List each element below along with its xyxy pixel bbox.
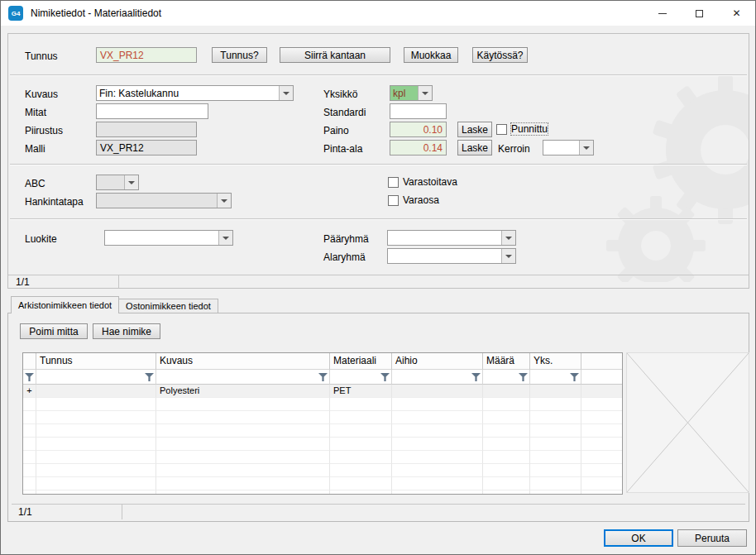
chevron-down-icon <box>279 86 293 100</box>
muokkaa-button[interactable]: Muokkaa <box>404 47 458 63</box>
luokite-label: Luokite <box>25 233 57 245</box>
empty-grid-row[interactable] <box>23 451 622 464</box>
image-preview-placeholder <box>626 352 749 493</box>
filter-icon[interactable] <box>156 370 330 385</box>
grid-column-tunnus[interactable]: Tunnus <box>36 353 156 370</box>
dialog-window: G4 Nimiketiedot - Materiaalitiedot ✕ <box>0 0 756 555</box>
standardi-input[interactable] <box>390 103 447 119</box>
tunnus-query-button[interactable]: Tunnus? <box>212 47 267 63</box>
hankintatapa-label: Hankintatapa <box>25 196 84 208</box>
kaytossa-button[interactable]: Käytössä? <box>472 47 528 63</box>
empty-grid-row[interactable] <box>23 398 622 411</box>
minimize-icon <box>658 13 667 14</box>
malli-label: Malli <box>25 143 45 155</box>
chevron-down-icon <box>501 249 515 263</box>
piirustus-input[interactable] <box>96 122 197 137</box>
empty-grid-row[interactable] <box>23 424 622 438</box>
tab-arkistonimikkeen-tiedot[interactable]: Arkistonimikkeen tiedot <box>11 296 119 313</box>
empty-grid-row[interactable] <box>23 477 622 490</box>
mitat-label: Mitat <box>25 107 46 118</box>
items-grid: Tunnus Kuvaus Materiaali Aihio Määrä Yks… <box>22 352 623 495</box>
paino-label: Paino <box>323 125 349 136</box>
pinta-ala-input[interactable]: 0.14 <box>390 140 447 155</box>
paaryhma-label: Pääryhmä <box>323 233 369 245</box>
minimize-button[interactable] <box>644 1 681 26</box>
close-button[interactable]: ✕ <box>718 1 755 26</box>
alaryhma-select[interactable] <box>387 248 516 264</box>
cell-materiaali: PET <box>330 385 392 398</box>
grid-column-filler <box>581 353 622 370</box>
checkbox-icon <box>496 124 507 135</box>
grid-pager: 1/1 <box>12 505 122 519</box>
empty-grid-row[interactable] <box>23 411 622 424</box>
kuvaus-select[interactable]: Fin: Kastelukannu <box>96 85 294 101</box>
empty-grid-row[interactable] <box>23 490 622 495</box>
abc-label: ABC <box>25 178 45 189</box>
poimi-mitta-button[interactable]: Poimi mitta <box>20 323 88 339</box>
punnittu-checkbox[interactable]: Punnittu <box>496 123 548 135</box>
filter-icon[interactable] <box>392 370 483 385</box>
hae-nimike-button[interactable]: Hae nimike <box>93 323 160 339</box>
filter-icon[interactable] <box>330 370 392 385</box>
luokite-select[interactable] <box>104 230 233 246</box>
kuvaus-label: Kuvaus <box>25 89 58 100</box>
empty-grid-row[interactable] <box>23 464 622 477</box>
alaryhma-label: Alaryhmä <box>323 251 366 263</box>
abc-select[interactable] <box>96 175 139 190</box>
chevron-down-icon <box>418 86 432 100</box>
filter-icon[interactable] <box>530 370 581 385</box>
malli-input[interactable]: VX_PR12 <box>96 140 197 155</box>
maximize-button[interactable] <box>681 1 718 26</box>
piirustus-label: Piirustus <box>25 125 63 136</box>
grid-column-maara[interactable]: Määrä <box>483 353 530 370</box>
varaosa-checkbox-label: Varaosa <box>403 194 439 206</box>
punnittu-checkbox-label: Punnittu <box>511 123 548 135</box>
mitat-input[interactable] <box>96 103 208 119</box>
varastoitava-checkbox-label: Varastoitava <box>403 176 457 188</box>
paino-input[interactable]: 0.10 <box>390 122 447 137</box>
material-form-panel: Tunnus VX_PR12 Tunnus? Siirrä kantaan Mu… <box>7 33 749 289</box>
kerroin-select[interactable] <box>543 140 594 155</box>
grid-filter-filler <box>581 370 622 385</box>
maximize-icon <box>696 10 703 17</box>
yksikko-select[interactable]: kpl <box>390 85 433 101</box>
chevron-down-icon <box>124 175 138 189</box>
grid-filter-row <box>23 370 622 385</box>
grid-column-materiaali[interactable]: Materiaali <box>330 353 392 370</box>
grid-marker-column[interactable] <box>23 353 36 370</box>
tunnus-label: Tunnus <box>25 50 58 62</box>
gear-watermark <box>550 34 749 282</box>
yksikko-label: Yksikkö <box>323 89 357 100</box>
grid-column-aihio[interactable]: Aihio <box>392 353 483 370</box>
laske-pinta-ala-button[interactable]: Laske <box>457 140 492 155</box>
standardi-label: Standardi <box>323 107 366 118</box>
checkbox-icon <box>388 177 399 188</box>
peruuta-button[interactable]: Peruuta <box>677 529 747 547</box>
siirra-kantaan-button[interactable]: Siirrä kantaan <box>280 47 390 63</box>
tunnus-input[interactable]: VX_PR12 <box>96 47 197 63</box>
form-pager: 1/1 <box>8 275 119 289</box>
chevron-down-icon <box>501 231 515 245</box>
varastoitava-checkbox[interactable]: Varastoitava <box>388 176 457 188</box>
filter-icon[interactable] <box>36 370 156 385</box>
separator <box>10 74 747 76</box>
grid-column-yks[interactable]: Yks. <box>530 353 581 370</box>
grid-column-kuvaus[interactable]: Kuvaus <box>156 353 330 370</box>
varaosa-checkbox[interactable]: Varaosa <box>388 194 439 206</box>
titlebar[interactable]: G4 Nimiketiedot - Materiaalitiedot ✕ <box>1 1 755 26</box>
tab-ostonimikkeen-tiedot[interactable]: Ostonimikkeen tiedot <box>118 299 218 313</box>
paaryhma-select[interactable] <box>387 230 516 246</box>
empty-grid-row[interactable] <box>23 438 622 451</box>
filter-icon[interactable] <box>483 370 530 385</box>
table-row[interactable]: + Polyesteri PET <box>23 385 622 398</box>
window-title: Nimiketiedot - Materiaalitiedot <box>31 7 161 19</box>
laske-paino-button[interactable]: Laske <box>457 122 492 137</box>
filter-icon[interactable] <box>23 370 36 385</box>
ok-button[interactable]: OK <box>604 529 673 547</box>
tab-strip: Arkistonimikkeen tiedot Ostonimikkeen ti… <box>11 296 218 313</box>
form-statusbar: 1/1 <box>8 275 749 289</box>
pinta-ala-label: Pinta-ala <box>323 143 362 155</box>
grid-header-row: Tunnus Kuvaus Materiaali Aihio Määrä Yks… <box>23 353 622 370</box>
grid-empty-rows <box>23 398 622 495</box>
hankintatapa-select[interactable] <box>96 193 232 208</box>
